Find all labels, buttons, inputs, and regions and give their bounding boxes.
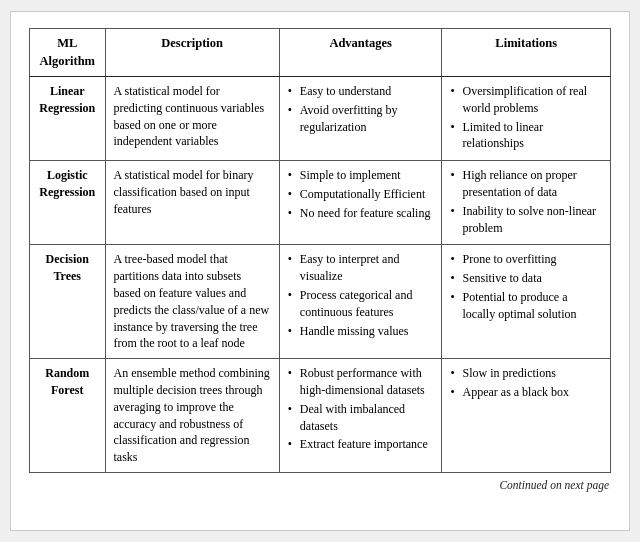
algo-name-text: LogisticRegression — [38, 167, 97, 201]
cell-limitations: High reliance on proper presentation of … — [442, 161, 611, 245]
advantage-item: Extract feature importance — [288, 436, 434, 453]
advantage-item: Robust performance with high-dimensional… — [288, 365, 434, 399]
cell-description: A statistical model for predicting conti… — [105, 77, 279, 161]
continued-label: Continued on next page — [29, 479, 611, 491]
table-row: LinearRegressionA statistical model for … — [30, 77, 611, 161]
cell-algo-name: LinearRegression — [30, 77, 106, 161]
ml-table: ML Algorithm Description Advantages Limi… — [29, 28, 611, 473]
cell-algo-name: LogisticRegression — [30, 161, 106, 245]
limitation-item: Limited to linear relationships — [450, 119, 602, 153]
header-adv: Advantages — [279, 29, 442, 77]
page: ML Algorithm Description Advantages Limi… — [10, 11, 630, 531]
algo-name-text: LinearRegression — [38, 83, 97, 117]
table-header-row: ML Algorithm Description Advantages Limi… — [30, 29, 611, 77]
advantage-item: Easy to understand — [288, 83, 434, 100]
advantage-item: Simple to implement — [288, 167, 434, 184]
table-row: LogisticRegressionA statistical model fo… — [30, 161, 611, 245]
cell-description: A statistical model for binary classific… — [105, 161, 279, 245]
advantage-item: Handle missing values — [288, 323, 434, 340]
advantage-item: Deal with imbalanced datasets — [288, 401, 434, 435]
advantage-item: Process categorical and continuous featu… — [288, 287, 434, 321]
limitation-item: Oversimplification of real world problem… — [450, 83, 602, 117]
limitation-item: Potential to produce a locally optimal s… — [450, 289, 602, 323]
header-algo: ML Algorithm — [30, 29, 106, 77]
advantage-item: Computationally Efficient — [288, 186, 434, 203]
table-row: DecisionTreesA tree-based model that par… — [30, 245, 611, 359]
limitation-item: Appear as a black box — [450, 384, 602, 401]
limitation-item: Slow in predictions — [450, 365, 602, 382]
advantage-item: No need for feature scaling — [288, 205, 434, 222]
header-lim: Limitations — [442, 29, 611, 77]
table-row: RandomForestAn ensemble method combining… — [30, 359, 611, 473]
limitation-item: Inability to solve non-linear problem — [450, 203, 602, 237]
header-desc: Description — [105, 29, 279, 77]
cell-algo-name: DecisionTrees — [30, 245, 106, 359]
cell-description: A tree-based model that partitions data … — [105, 245, 279, 359]
limitation-item: Sensitive to data — [450, 270, 602, 287]
cell-advantages: Simple to implementComputationally Effic… — [279, 161, 442, 245]
cell-limitations: Oversimplification of real world problem… — [442, 77, 611, 161]
cell-advantages: Robust performance with high-dimensional… — [279, 359, 442, 473]
cell-limitations: Slow in predictionsAppear as a black box — [442, 359, 611, 473]
limitation-item: High reliance on proper presentation of … — [450, 167, 602, 201]
algo-name-text: DecisionTrees — [38, 251, 97, 285]
cell-description: An ensemble method combining multiple de… — [105, 359, 279, 473]
cell-advantages: Easy to interpret and visualizeProcess c… — [279, 245, 442, 359]
advantage-item: Avoid overfitting by regularization — [288, 102, 434, 136]
cell-limitations: Prone to overfittingSensitive to dataPot… — [442, 245, 611, 359]
cell-advantages: Easy to understandAvoid overfitting by r… — [279, 77, 442, 161]
limitation-item: Prone to overfitting — [450, 251, 602, 268]
algo-name-text: RandomForest — [38, 365, 97, 399]
advantage-item: Easy to interpret and visualize — [288, 251, 434, 285]
cell-algo-name: RandomForest — [30, 359, 106, 473]
